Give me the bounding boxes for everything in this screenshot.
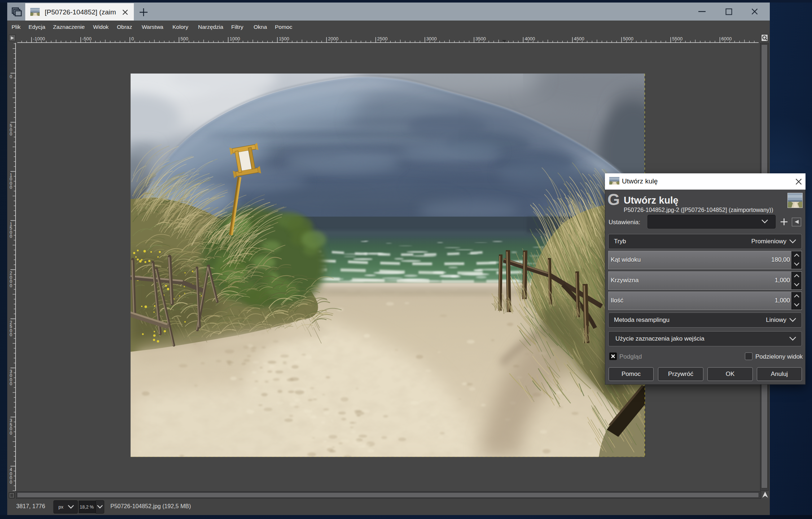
svg-text:0: 0 <box>10 74 12 79</box>
svg-text:2500: 2500 <box>377 36 388 41</box>
svg-text:5000: 5000 <box>623 36 633 41</box>
svg-text:4500: 4500 <box>574 36 584 41</box>
svg-text:6000: 6000 <box>721 36 732 41</box>
svg-text:0: 0 <box>10 480 12 485</box>
svg-text:0: 0 <box>10 185 12 190</box>
svg-text:0: 0 <box>10 132 12 137</box>
svg-text:3500: 3500 <box>475 36 486 41</box>
svg-text:1500: 1500 <box>279 36 289 41</box>
svg-text:0: 0 <box>10 431 12 436</box>
svg-text:4000: 4000 <box>524 36 535 41</box>
svg-text:3000: 3000 <box>426 36 437 41</box>
svg-text:0: 0 <box>131 36 134 41</box>
svg-text:0: 0 <box>10 332 12 337</box>
svg-text:5500: 5500 <box>672 36 682 41</box>
svg-text:500: 500 <box>180 36 188 41</box>
svg-text:0: 0 <box>10 283 12 288</box>
svg-text:2000: 2000 <box>328 36 338 41</box>
svg-text:0: 0 <box>10 234 12 239</box>
svg-text:-1000: -1000 <box>33 36 45 41</box>
svg-text:1000: 1000 <box>230 36 240 41</box>
svg-text:0: 0 <box>10 381 12 386</box>
svg-text:-500: -500 <box>82 36 92 41</box>
